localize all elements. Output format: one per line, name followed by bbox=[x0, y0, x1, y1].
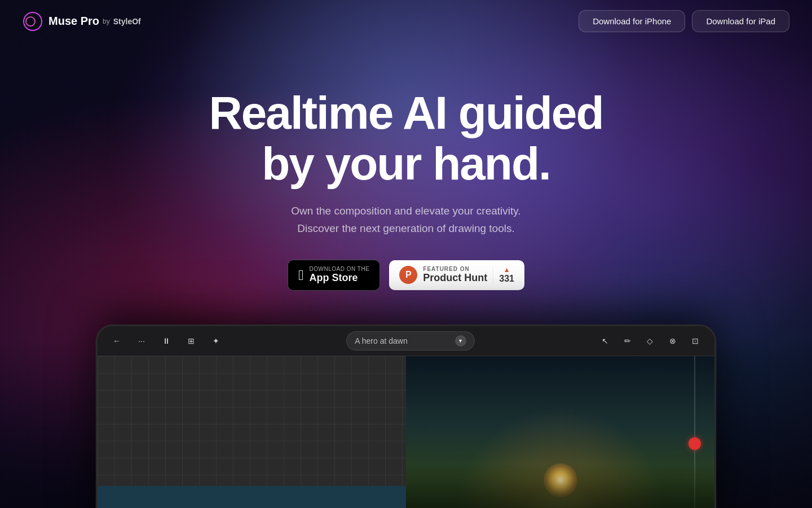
apple-icon:  bbox=[298, 268, 304, 282]
logo-text: Muse Pro by StyleOf bbox=[48, 15, 141, 28]
app-store-text: Download on the App Store bbox=[310, 266, 370, 284]
hero-subtitle: Own the composition and elevate your cre… bbox=[0, 203, 812, 237]
sun-glow bbox=[544, 463, 577, 497]
ph-vote-count: 331 bbox=[499, 274, 514, 284]
prompt-text: A hero at dawn bbox=[355, 336, 407, 345]
hero-title-line2: by your hand. bbox=[262, 138, 550, 189]
shape-tool[interactable]: ◇ bbox=[640, 331, 660, 351]
logo-by: by bbox=[103, 17, 110, 25]
ai-canvas[interactable] bbox=[406, 356, 714, 508]
ipad-canvas bbox=[98, 356, 714, 508]
app-store-button[interactable]:  Download on the App Store bbox=[288, 260, 380, 291]
svg-point-1 bbox=[26, 17, 35, 26]
svg-point-0 bbox=[24, 12, 42, 30]
hero-content: Realtime AI guided by your hand. Own the… bbox=[0, 42, 812, 508]
logo-icon bbox=[23, 11, 43, 32]
hero-title: Realtime AI guided by your hand. bbox=[0, 87, 812, 189]
hero-subtitle-line1: Own the composition and elevate your cre… bbox=[291, 205, 520, 217]
more-button[interactable]: ··· bbox=[131, 331, 152, 351]
slider-line bbox=[694, 356, 695, 508]
prompt-bar[interactable]: A hero at dawn ▾ bbox=[346, 331, 474, 351]
sketch-canvas[interactable] bbox=[98, 356, 406, 508]
sketch-bottom-fill bbox=[98, 486, 406, 508]
slider-handle[interactable] bbox=[689, 437, 701, 450]
layers-tool[interactable]: ⊡ bbox=[685, 331, 705, 351]
ph-name: Product Hunt bbox=[423, 272, 487, 284]
erase-tool[interactable]: ⊗ bbox=[663, 331, 683, 351]
logo-name: Muse Pro bbox=[48, 15, 99, 28]
layout-button[interactable]: ⊞ bbox=[181, 331, 201, 351]
nav-buttons: Download for iPhone Download for iPad bbox=[579, 10, 789, 32]
prompt-dropdown[interactable]: ▾ bbox=[455, 335, 466, 347]
product-hunt-button[interactable]: P FEATURED ON Product Hunt ▲ 331 bbox=[389, 260, 524, 290]
navbar: Muse Pro by StyleOf Download for iPhone … bbox=[0, 0, 812, 42]
pause-button[interactable]: ⏸ bbox=[156, 331, 176, 351]
ipad-container: ← ··· ⏸ ⊞ ✦ A hero at dawn ▾ ↖ ✏ ◇ ⊗ ⊡ bbox=[0, 325, 812, 508]
hero-title-line1: Realtime AI guided bbox=[209, 87, 603, 138]
cta-row:  Download on the App Store P FEATURED O… bbox=[0, 260, 812, 291]
back-button[interactable]: ← bbox=[107, 331, 127, 351]
logo-brand: StyleOf bbox=[113, 17, 141, 26]
right-tools: ↖ ✏ ◇ ⊗ ⊡ bbox=[595, 331, 705, 351]
ph-featured-label: FEATURED ON bbox=[423, 266, 487, 272]
product-hunt-text: FEATURED ON Product Hunt bbox=[423, 266, 487, 284]
logo: Muse Pro by StyleOf bbox=[23, 11, 141, 32]
download-iphone-button[interactable]: Download for iPhone bbox=[579, 10, 685, 32]
select-tool[interactable]: ↖ bbox=[595, 331, 615, 351]
ph-arrow-icon: ▲ bbox=[504, 266, 510, 274]
app-store-small-text: Download on the bbox=[310, 266, 370, 272]
product-hunt-count: ▲ 331 bbox=[493, 266, 514, 284]
hero-subtitle-line2: Discover the next generation of drawing … bbox=[297, 222, 515, 234]
pen-tool[interactable]: ✏ bbox=[617, 331, 638, 351]
ai-button[interactable]: ✦ bbox=[206, 331, 226, 351]
download-ipad-button[interactable]: Download for iPad bbox=[692, 10, 789, 32]
app-store-large-text: App Store bbox=[310, 272, 370, 284]
ipad-frame: ← ··· ⏸ ⊞ ✦ A hero at dawn ▾ ↖ ✏ ◇ ⊗ ⊡ bbox=[96, 325, 716, 508]
ipad-toolbar: ← ··· ⏸ ⊞ ✦ A hero at dawn ▾ ↖ ✏ ◇ ⊗ ⊡ bbox=[98, 326, 714, 356]
product-hunt-logo: P bbox=[399, 266, 417, 284]
